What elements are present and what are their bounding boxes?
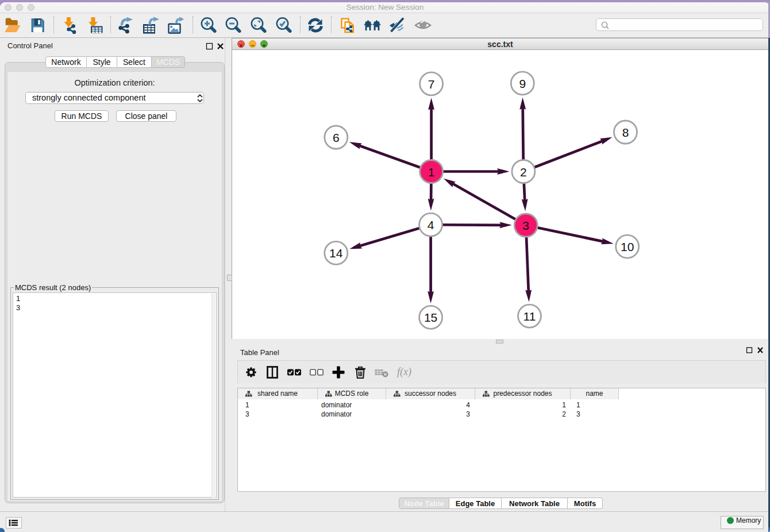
svg-text:11: 11 bbox=[523, 310, 536, 323]
svg-text:4: 4 bbox=[428, 218, 434, 232]
svg-text:6: 6 bbox=[333, 131, 340, 144]
svg-text:14: 14 bbox=[329, 246, 343, 260]
svg-text:3: 3 bbox=[522, 219, 529, 232]
svg-text:1: 1 bbox=[428, 165, 435, 179]
svg-text:8: 8 bbox=[622, 126, 629, 139]
svg-text:2: 2 bbox=[520, 165, 527, 179]
svg-text:7: 7 bbox=[428, 78, 435, 91]
svg-text:15: 15 bbox=[424, 311, 437, 324]
svg-text:10: 10 bbox=[621, 240, 634, 253]
svg-text:9: 9 bbox=[519, 77, 526, 90]
